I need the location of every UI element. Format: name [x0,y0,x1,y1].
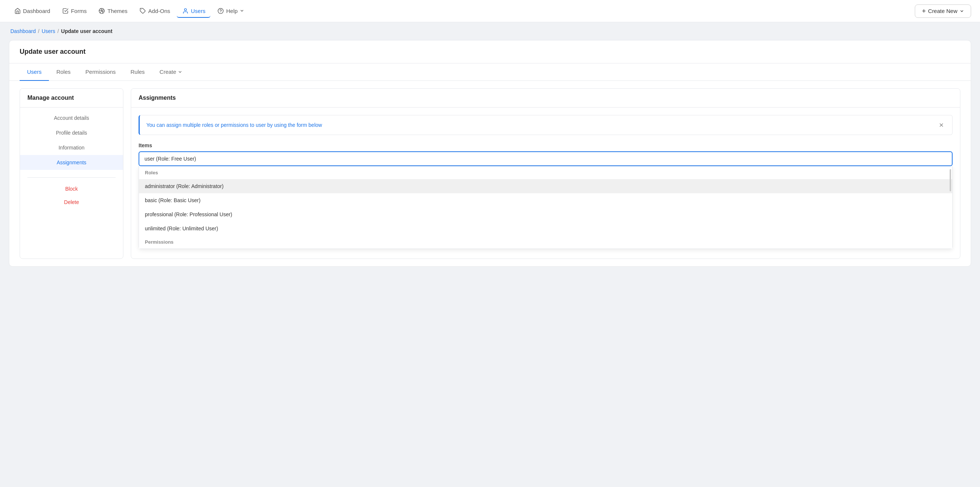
help-circle-icon [217,7,224,14]
tab-roles[interactable]: Roles [49,64,78,81]
dropdown-item-professional[interactable]: professional (Role: Professional User) [139,208,952,222]
breadcrumb-current: Update user account [61,28,112,34]
nav-label-themes: Themes [107,8,127,14]
sidebar-item-block[interactable]: Block [20,182,123,195]
info-banner: You can assign multiple roles or permiss… [138,115,953,135]
palette-icon [99,7,105,14]
dropdown-scrollbar[interactable] [950,169,951,192]
nav-item-dashboard[interactable]: Dashboard [9,5,55,18]
check-square-icon [62,7,68,14]
tab-rules[interactable]: Rules [123,64,152,81]
sidebar-nav: Account details Profile details Informat… [20,107,123,173]
nav-items: Dashboard Forms Themes [9,5,915,18]
dropdown-wrapper: Roles administrator (Role: Administrator… [138,166,953,249]
assignments-body: You can assign multiple roles or permiss… [131,107,960,256]
top-navigation: Dashboard Forms Themes [0,0,980,22]
nav-item-help[interactable]: Help [212,5,249,18]
home-icon [14,7,21,14]
sidebar-item-delete[interactable]: Delete [20,195,123,209]
breadcrumb-sep-1: / [38,28,40,34]
sidebar-item-information[interactable]: Information [20,140,123,155]
right-panel: Assignments You can assign multiple role… [131,88,960,259]
page-title: Update user account [20,48,960,56]
main-card-header: Update user account [9,40,971,64]
items-input[interactable] [138,151,953,166]
info-banner-close-button[interactable]: ✕ [937,121,945,129]
nav-label-dashboard: Dashboard [23,8,50,14]
sidebar-item-assignments[interactable]: Assignments [20,155,123,170]
puzzle-icon [139,7,146,14]
sidebar-divider [27,177,116,178]
create-new-chevron-icon [959,9,964,13]
dropdown-item-basic[interactable]: basic (Role: Basic User) [139,193,952,208]
dropdown-list: Roles administrator (Role: Administrator… [138,166,953,249]
dropdown-item-unlimited[interactable]: unlimited (Role: Unlimited User) [139,222,952,236]
nav-item-themes[interactable]: Themes [93,5,133,18]
breadcrumb-sep-2: / [57,28,59,34]
sidebar-item-profile-details[interactable]: Profile details [20,125,123,140]
tabs-bar: Users Roles Permissions Rules Create [9,64,971,81]
nav-item-forms[interactable]: Forms [57,5,92,18]
sidebar-panel-title: Manage account [20,89,123,107]
nav-item-users[interactable]: Users [177,5,210,18]
user-icon [182,7,189,14]
dropdown-group-permissions-label: Permissions [139,236,952,249]
nav-label-forms: Forms [71,8,87,14]
tab-permissions[interactable]: Permissions [78,64,123,81]
nav-label-users: Users [191,8,205,14]
assignments-panel-title: Assignments [131,89,960,107]
dropdown-item-administrator[interactable]: administrator (Role: Administrator) [139,179,952,193]
tab-create[interactable]: Create [152,64,190,81]
content-area: Manage account Account details Profile d… [9,81,971,266]
tab-create-chevron-icon [178,70,182,74]
tab-users[interactable]: Users [20,64,49,81]
items-label: Items [138,142,953,148]
dropdown-group-roles-label: Roles [139,166,952,179]
breadcrumb: Dashboard / Users / Update user account [0,22,980,40]
create-new-label: Create New [928,8,958,14]
breadcrumb-dashboard[interactable]: Dashboard [10,28,36,34]
svg-point-2 [184,8,186,11]
sidebar-panel: Manage account Account details Profile d… [20,88,123,259]
sidebar-item-account-details[interactable]: Account details [20,110,123,125]
plus-icon: + [922,8,926,14]
breadcrumb-users[interactable]: Users [41,28,55,34]
nav-label-addons: Add-Ons [148,8,170,14]
help-chevron-icon [240,8,244,13]
nav-label-help: Help [226,8,237,14]
info-banner-text: You can assign multiple roles or permiss… [146,122,322,128]
nav-item-addons[interactable]: Add-Ons [134,5,175,18]
create-new-button[interactable]: + Create New [915,5,971,18]
main-card: Update user account Users Roles Permissi… [9,40,971,267]
